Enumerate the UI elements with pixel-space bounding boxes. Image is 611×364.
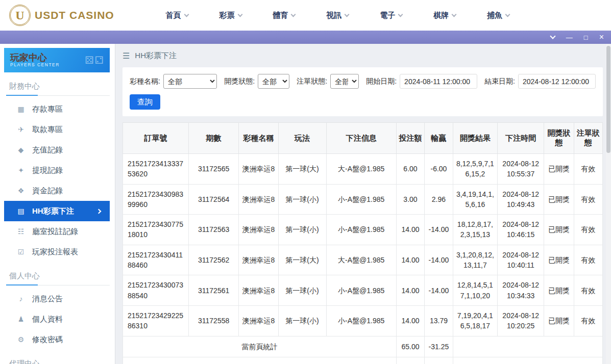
cell-draw-status: 已開獎 [544,245,574,275]
nav-menu-item[interactable]: 棋牌 [433,11,456,20]
draw-status-label: 開獎狀態: [224,77,255,86]
nav-menu-item[interactable]: 視訊 [326,11,349,20]
maximize-button[interactable]: □ [584,34,588,41]
bets-table: 訂單號 期數 彩種名稱 玩法 下注信息 投注額 輸贏 開獎結果 下注時間 開獎狀… [123,122,603,364]
cell-bet-amount: 3.00 [396,184,424,215]
nav-menu-item[interactable]: 電子 [380,11,402,20]
room-records-icon: ☷ [16,227,26,236]
cell-bet-amount: 14.00 [396,245,424,275]
chevron-down-icon [237,12,242,17]
bets-table-card: 訂單號 期數 彩種名稱 玩法 下注信息 投注額 輸贏 開獎結果 下注時間 開獎狀… [123,122,603,364]
summary-label: 總統計 [123,357,397,364]
start-date-input[interactable] [400,74,477,89]
cell-order-status: 有效 [574,154,602,185]
table-row[interactable]: 2152172343077518010 31172563 澳洲幸运8 第一球(小… [123,215,603,245]
order-status-select[interactable]: 全部 [330,74,359,89]
cell-play-type: 第一球(大) [278,154,326,185]
profile-icon: ♟ [16,315,26,323]
sidebar-item-label: 存款專區 [32,105,110,114]
chevron-down-icon [345,12,350,17]
scrollbar-thumb[interactable] [606,46,610,153]
close-button[interactable]: × [599,33,604,41]
cell-order-status: 有效 [574,305,602,336]
top-navigation: U USDT CASINO 首頁 彩票 體育 視訊 電子 棋牌 捕魚 [0,0,611,31]
sidebar-item-label: 資金記錄 [32,186,110,196]
sidebar-item-label: 廳室投註記錄 [32,227,110,237]
cell-draw-status: 已開獎 [544,184,574,215]
section-title: 代理中心 [6,356,110,364]
col-draw-status: 開獎狀態 [544,123,574,154]
cell-draw-status: 已開獎 [544,154,574,185]
cell-bet-info: 小-A盤@1.985 [326,305,396,336]
table-row[interactable]: 2152172343041188460 31172562 澳洲幸运8 第一球(大… [123,245,603,275]
nav-menu-item[interactable]: 捕魚 [487,11,509,20]
collapse-button[interactable] [551,36,555,38]
nav-menu-item[interactable]: 首頁 [166,11,188,20]
col-winloss: 輸贏 [425,123,453,154]
sidebar-item-label: 玩家投注報表 [32,247,110,257]
table-row[interactable]: 2152172341333753620 31172565 澳洲幸运8 第一球(大… [123,154,603,185]
draw-status-select[interactable]: 全部 [258,74,289,89]
sidebar-item[interactable]: ▤ HH彩票下注 [4,201,110,221]
nav-menu-item-label: 彩票 [219,11,235,20]
cell-bet-time: 2024-08-12 10:40:11 [498,245,544,275]
sidebar-item[interactable]: ☷ 廳室投註記錄 [4,221,110,242]
cell-bet-time: 2024-08-12 10:46:15 [498,215,544,245]
minimize-button[interactable]: — [566,34,573,41]
summary-winloss: -31.25 [425,336,453,357]
logo[interactable]: U USDT CASINO [9,5,114,26]
sidebar-item[interactable]: ⚙ 修改密碼 [4,329,110,350]
summary-row: 總統計 65.00 -31.25 [123,357,603,364]
section-items: ♪ 消息公告 ♟ 個人資料 ⚙ 修改密碼 [4,285,115,350]
vertical-scrollbar[interactable] [606,44,611,364]
sidebar-item-label: 提現記錄 [32,166,110,175]
sidebar-item[interactable]: ◆ 充值記錄 [4,140,110,160]
nav-menu-item-label: 首頁 [166,11,181,20]
cell-lottery-name: 澳洲幸运8 [239,215,278,245]
cell-bet-info: 小-A盤@1.985 [326,275,396,306]
cell-period: 31172565 [188,154,239,185]
recharge-icon: ◆ [16,146,26,154]
col-bet-info: 下注信息 [326,123,396,154]
cell-bet-info: 小-A盤@1.985 [326,184,396,215]
cell-winloss: -14.00 [425,215,453,245]
funds-icon: ❖ [16,187,26,195]
end-date-input[interactable] [518,74,596,89]
cell-bet-info: 大-A盤@1.985 [326,245,396,275]
cell-draw-status: 已開獎 [544,305,574,336]
cell-period: 31172563 [188,215,239,245]
col-order-no: 訂單號 [123,123,189,154]
sidebar-section: 代理中心 [4,356,115,364]
sidebar-item[interactable]: ☑ 玩家投注報表 [4,242,110,262]
cell-order-no: 2152172343007388540 [123,275,189,306]
chevron-down-icon [291,12,296,17]
sidebar-item[interactable]: ✦ 提現記錄 [4,160,110,180]
nav-menu-item-label: 捕魚 [487,11,502,20]
sidebar-item[interactable]: ▦ 存款專區 [4,99,110,119]
sidebar-item[interactable]: ❖ 資金記錄 [4,180,110,201]
chevron-down-icon [184,12,189,17]
table-row[interactable]: 2152172343007388540 31172561 澳洲幸运8 第一球(小… [123,275,603,306]
password-icon: ⚙ [16,335,26,344]
search-button[interactable]: 查詢 [130,94,160,110]
menu-toggle-icon[interactable]: ☰ [123,51,130,61]
order-status-label: 注單狀態: [297,77,327,86]
table-row[interactable]: 2152172343098399960 31172564 澳洲幸运8 第一球(小… [123,184,603,215]
sidebar-item[interactable]: ♟ 個人資料 [4,309,110,329]
sidebar-item[interactable]: ♪ 消息公告 [4,289,110,309]
filter-panel: 彩種名稱: 全部 開獎狀態: 全部 注單狀態: 全部 開始日期: 結束日期: 查… [123,67,603,116]
sidebar-item[interactable]: ✈ 取款專區 [4,119,110,140]
nav-menu-item[interactable]: 體育 [273,11,295,20]
cell-order-no: 2152172341333753620 [123,154,189,185]
players-center-subtitle: PLAYERS CENTER [10,63,60,68]
col-play-type: 玩法 [278,123,326,154]
chevron-down-icon [505,12,510,17]
col-bet-amount: 投注額 [396,123,424,154]
nav-menu-item[interactable]: 彩票 [219,11,242,20]
cell-draw-status: 已開獎 [544,215,574,245]
cell-bet-amount: 6.00 [396,154,424,185]
main-content: ☰ HH彩票下注 彩種名稱: 全部 開獎狀態: 全部 注單狀態: 全部 開始日期… [115,44,611,364]
cell-lottery-name: 澳洲幸运8 [239,305,278,336]
table-row[interactable]: 2152172342922586310 31172558 澳洲幸运8 第一球(小… [123,305,603,336]
lottery-name-select[interactable]: 全部 [163,74,217,89]
